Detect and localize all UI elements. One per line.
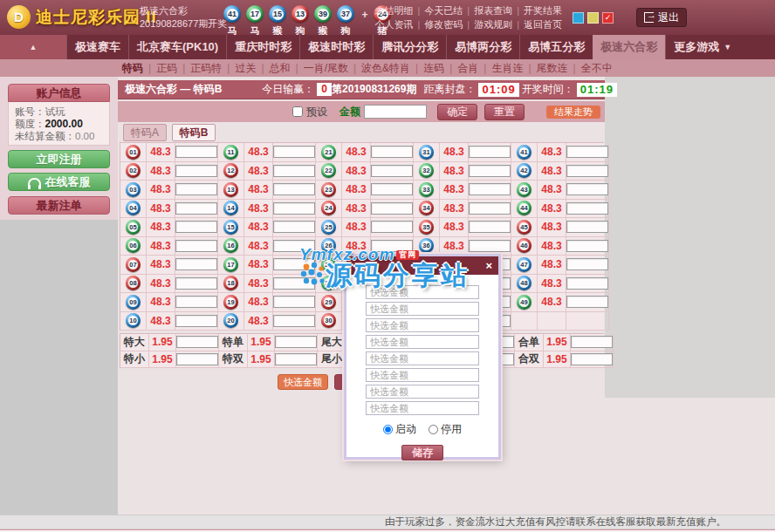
- bet-input-11[interactable]: [273, 146, 315, 158]
- nav-item-6[interactable]: 易博五分彩: [519, 35, 593, 59]
- bet-input-19[interactable]: [273, 296, 315, 308]
- preset-checkbox[interactable]: [292, 106, 303, 117]
- bet-input-49[interactable]: [566, 296, 608, 308]
- bet-input-35[interactable]: [469, 221, 511, 233]
- subnav-item-6[interactable]: 波色&特肖: [361, 61, 410, 76]
- header-link-修改密码[interactable]: 修改密码: [424, 19, 463, 30]
- bet-input-02[interactable]: [175, 165, 217, 177]
- bet-input-13[interactable]: [273, 183, 315, 195]
- result-trend-button[interactable]: 结果走势: [546, 106, 600, 119]
- bet-input-47[interactable]: [566, 258, 608, 270]
- nav-item-0[interactable]: 极速赛车: [66, 35, 128, 59]
- reset-button[interactable]: 重置: [484, 104, 525, 120]
- bet-input-25[interactable]: [371, 221, 413, 233]
- quick-amount-input-3[interactable]: [366, 318, 479, 332]
- quick-amount-input-5[interactable]: [366, 351, 479, 365]
- quick-amount-input-8[interactable]: [366, 401, 479, 415]
- online-service-button[interactable]: 在线客服: [8, 173, 110, 191]
- bet-input-20[interactable]: [273, 315, 315, 327]
- subnav-item-9[interactable]: 生肖连: [491, 61, 523, 76]
- nav-item-1[interactable]: 北京赛车(PK10): [128, 35, 226, 59]
- summary-bet-input-1-4[interactable]: [571, 353, 613, 365]
- amount-input[interactable]: [364, 105, 427, 119]
- tab-special-a[interactable]: 特码A: [123, 124, 167, 141]
- subnav-item-4[interactable]: 总和: [270, 61, 291, 76]
- header-link-开奖结果[interactable]: 开奖结果: [524, 5, 562, 16]
- bet-input-44[interactable]: [566, 202, 608, 215]
- quick-amount-input-6[interactable]: [366, 368, 479, 382]
- bet-input-32[interactable]: [469, 165, 511, 177]
- subnav-item-10[interactable]: 尾数连: [537, 61, 568, 76]
- bet-input-21[interactable]: [371, 146, 413, 158]
- bet-input-05[interactable]: [175, 221, 217, 233]
- bet-input-04[interactable]: [175, 202, 217, 215]
- subnav-item-3[interactable]: 过关: [235, 61, 256, 76]
- latest-orders-button[interactable]: 最新注单: [8, 196, 110, 215]
- quick-amount-button[interactable]: 快选金额: [278, 374, 328, 390]
- bet-input-24[interactable]: [371, 202, 413, 215]
- theme-yellow-swatch[interactable]: [587, 12, 599, 24]
- subnav-item-5[interactable]: 一肖/尾数: [304, 61, 348, 76]
- bet-input-10[interactable]: [175, 315, 217, 327]
- nav-home-button[interactable]: ▲: [0, 35, 66, 59]
- bet-input-48[interactable]: [566, 277, 608, 290]
- theme-red-swatch[interactable]: ✓: [602, 12, 614, 24]
- bet-input-14[interactable]: [273, 202, 315, 215]
- nav-more-games[interactable]: 更多游戏 ▼: [665, 35, 739, 59]
- header-link-未结明细[interactable]: 未结明细: [374, 5, 413, 16]
- bet-input-15[interactable]: [273, 221, 315, 233]
- bet-input-07[interactable]: [175, 258, 217, 270]
- header-link-今天已结[interactable]: 今天已结: [424, 5, 463, 16]
- bet-input-26[interactable]: [371, 240, 413, 252]
- quick-amount-input-1[interactable]: [366, 285, 479, 299]
- bet-input-16[interactable]: [273, 240, 315, 252]
- bet-input-01[interactable]: [175, 146, 217, 158]
- nav-item-7[interactable]: 极速六合彩: [593, 35, 665, 59]
- enable-radio-option[interactable]: 启动: [383, 422, 416, 437]
- bet-input-08[interactable]: [175, 277, 217, 290]
- close-icon[interactable]: ×: [485, 260, 492, 271]
- enable-radio[interactable]: [383, 425, 393, 434]
- quick-amount-input-4[interactable]: [366, 335, 479, 349]
- header-link-游戏规则[interactable]: 游戏规则: [474, 19, 512, 30]
- bet-input-33[interactable]: [469, 183, 511, 195]
- bet-input-36[interactable]: [469, 240, 511, 252]
- bet-input-18[interactable]: [273, 277, 315, 290]
- confirm-button[interactable]: 确定: [437, 104, 477, 120]
- bet-input-12[interactable]: [273, 165, 315, 177]
- quick-amount-input-7[interactable]: [366, 385, 479, 399]
- header-link-返回首页[interactable]: 返回首页: [524, 19, 562, 30]
- bet-input-45[interactable]: [566, 221, 608, 233]
- register-button[interactable]: 立即注册: [8, 150, 110, 168]
- subnav-item-1[interactable]: 正码: [156, 61, 177, 76]
- subnav-item-11[interactable]: 全不中: [581, 61, 613, 76]
- bet-input-31[interactable]: [469, 146, 511, 158]
- bet-input-42[interactable]: [566, 165, 608, 177]
- summary-bet-input-1-1[interactable]: [275, 353, 317, 365]
- bet-input-23[interactable]: [371, 183, 413, 195]
- bet-input-03[interactable]: [175, 183, 217, 195]
- bet-input-06[interactable]: [175, 240, 217, 252]
- summary-bet-input-0-0[interactable]: [176, 336, 218, 348]
- subnav-item-0[interactable]: 特码: [122, 61, 143, 76]
- subnav-item-7[interactable]: 连码: [423, 61, 444, 76]
- tab-special-b[interactable]: 特码B: [172, 124, 216, 141]
- summary-bet-input-1-0[interactable]: [176, 353, 218, 365]
- subnav-item-8[interactable]: 合肖: [457, 61, 478, 76]
- theme-blue-swatch[interactable]: [573, 12, 584, 24]
- nav-item-3[interactable]: 极速时时彩: [299, 35, 373, 59]
- nav-item-4[interactable]: 腾讯分分彩: [373, 35, 446, 59]
- summary-bet-input-0-1[interactable]: [275, 336, 317, 348]
- bet-input-34[interactable]: [469, 202, 511, 215]
- bet-input-09[interactable]: [175, 296, 217, 308]
- header-link-报表查询[interactable]: 报表查询: [474, 5, 512, 16]
- nav-item-2[interactable]: 重庆时时彩: [226, 35, 299, 59]
- subnav-item-2[interactable]: 正码特: [190, 61, 222, 76]
- disable-radio[interactable]: [429, 425, 438, 434]
- bet-input-22[interactable]: [371, 165, 413, 177]
- nav-item-5[interactable]: 易博两分彩: [446, 35, 519, 59]
- header-link-个人资讯[interactable]: 个人资讯: [374, 19, 413, 30]
- bet-input-17[interactable]: [273, 258, 315, 270]
- bet-input-41[interactable]: [566, 146, 608, 158]
- summary-bet-input-0-4[interactable]: [571, 336, 613, 348]
